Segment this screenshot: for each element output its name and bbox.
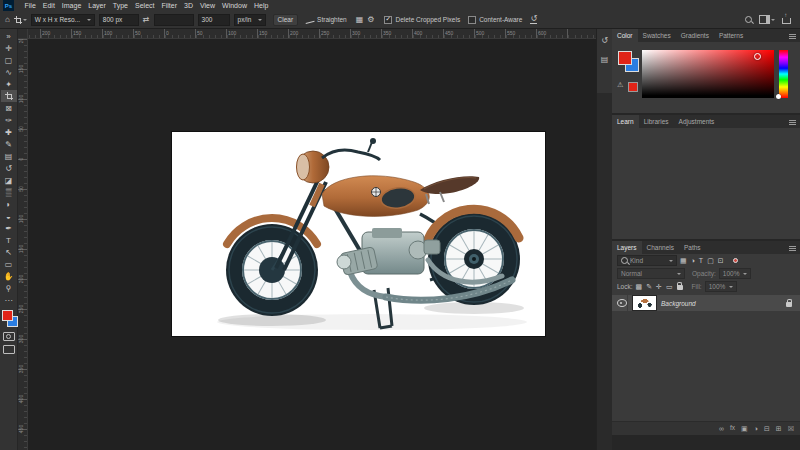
reset-tool-icon[interactable]: ↺: [530, 15, 537, 24]
layers-list-empty-area[interactable]: [612, 311, 800, 421]
filter-type-layers-icon[interactable]: T: [699, 257, 703, 264]
lock-position-icon[interactable]: ✛: [656, 283, 662, 290]
swap-dimensions-icon[interactable]: ⇄: [143, 16, 150, 24]
menu-image[interactable]: Image: [58, 0, 84, 11]
layer-filter-kind-dropdown[interactable]: Kind: [617, 255, 677, 266]
lasso-tool[interactable]: ∿: [1, 66, 17, 78]
gamut-warning-icon[interactable]: ⚠: [617, 81, 623, 89]
workspace-switcher[interactable]: [759, 15, 775, 24]
healing-brush-tool[interactable]: ✚: [1, 126, 17, 138]
new-group-icon[interactable]: ⊟: [764, 425, 770, 432]
tab-paths[interactable]: Paths: [679, 241, 706, 254]
path-selection-tool[interactable]: ↖: [1, 246, 17, 258]
tool-preset-button[interactable]: [14, 16, 27, 24]
crop-settings-gear-icon[interactable]: ⚙: [367, 16, 374, 24]
lock-transparent-pixels-icon[interactable]: ▩: [636, 283, 643, 290]
tab-adjustments[interactable]: Adjustments: [674, 115, 720, 128]
menu-layer[interactable]: Layer: [85, 0, 110, 11]
type-tool[interactable]: T: [1, 234, 17, 246]
filter-pixel-layers-icon[interactable]: ▦: [680, 257, 687, 264]
lock-all-icon[interactable]: [677, 282, 683, 291]
menu-type[interactable]: Type: [109, 0, 131, 11]
resolution-input[interactable]: 300: [198, 14, 230, 26]
eraser-tool[interactable]: ◪: [1, 174, 17, 186]
edit-toolbar[interactable]: ⋯: [1, 294, 17, 306]
history-brush-tool[interactable]: ↺: [1, 162, 17, 174]
menu-select[interactable]: Select: [132, 0, 158, 11]
menu-3d[interactable]: 3D: [181, 0, 197, 11]
zoom-tool[interactable]: ⚲: [1, 282, 17, 294]
crop-height-input[interactable]: [154, 14, 194, 26]
foreground-color-swatch[interactable]: [618, 51, 632, 65]
filter-smart-objects-icon[interactable]: ⊡: [718, 257, 724, 264]
document-image[interactable]: [172, 132, 545, 336]
tab-channels[interactable]: Channels: [642, 241, 679, 254]
object-selection-tool[interactable]: ✦: [1, 78, 17, 90]
ruler-vertical[interactable]: 20015010050050100150200250300350400450: [18, 39, 28, 450]
tab-layers[interactable]: Layers: [612, 241, 642, 254]
panel-menu-icon[interactable]: [789, 34, 796, 39]
properties-panel-icon[interactable]: ▤: [599, 53, 611, 65]
tab-swatches[interactable]: Swatches: [638, 29, 676, 42]
history-panel-icon[interactable]: ↺: [599, 34, 611, 46]
tab-learn[interactable]: Learn: [612, 115, 639, 128]
move-tool[interactable]: ✛: [1, 42, 17, 54]
panel-menu-icon[interactable]: [789, 246, 796, 251]
share-image-icon[interactable]: [782, 18, 791, 24]
home-icon[interactable]: ⌂: [5, 16, 10, 24]
brush-tool[interactable]: ✎: [1, 138, 17, 150]
menu-edit[interactable]: Edit: [39, 0, 58, 11]
layer-thumbnail[interactable]: [632, 295, 657, 311]
delete-layer-icon[interactable]: ☒: [788, 425, 794, 432]
resolution-unit-dropdown[interactable]: px/in: [234, 14, 266, 26]
lock-artboard-icon[interactable]: ▭: [666, 283, 673, 290]
link-layers-icon[interactable]: ∞: [719, 425, 724, 432]
layer-visibility-toggle[interactable]: [616, 295, 628, 311]
tab-color[interactable]: Color: [612, 29, 638, 42]
eyedropper-tool[interactable]: ✑: [1, 114, 17, 126]
marquee-tool[interactable]: ▢: [1, 54, 17, 66]
clear-button[interactable]: Clear: [273, 14, 299, 26]
crop-width-input[interactable]: 800 px: [99, 14, 139, 26]
filter-shape-layers-icon[interactable]: ▢: [707, 257, 714, 264]
delete-cropped-pixels-option[interactable]: Delete Cropped Pixels: [384, 16, 460, 24]
menu-filter[interactable]: Filter: [158, 0, 181, 11]
layer-filter-toggle[interactable]: [733, 258, 738, 263]
hue-slider[interactable]: [779, 50, 788, 98]
quick-mask-mode-icon[interactable]: [3, 332, 15, 341]
filter-adjustment-layers-icon[interactable]: ◑: [691, 257, 695, 264]
new-adjustment-layer-icon[interactable]: ◑: [754, 425, 758, 432]
layer-row-background[interactable]: Background: [612, 295, 800, 311]
search-icon[interactable]: [745, 16, 752, 23]
blur-tool[interactable]: ◗: [1, 198, 17, 210]
delete-cropped-checkbox[interactable]: [384, 16, 392, 24]
foreground-color-swatch[interactable]: [2, 310, 13, 321]
shape-tool[interactable]: ▭: [1, 258, 17, 270]
menu-view[interactable]: View: [197, 0, 219, 11]
tab-libraries[interactable]: Libraries: [639, 115, 674, 128]
dodge-tool[interactable]: ◒: [1, 210, 17, 222]
hand-tool[interactable]: ✋: [1, 270, 17, 282]
content-aware-checkbox[interactable]: [468, 16, 476, 24]
opacity-input[interactable]: 100%: [719, 268, 751, 279]
color-picker-cursor[interactable]: [754, 53, 761, 60]
crop-overlay-icon[interactable]: ▦: [356, 16, 364, 24]
add-layer-mask-icon[interactable]: ▣: [741, 425, 748, 432]
collapse-toolbar[interactable]: »: [1, 30, 17, 42]
crop-ratio-dropdown[interactable]: W x H x Reso...: [31, 14, 95, 26]
pen-tool[interactable]: ✒: [1, 222, 17, 234]
tab-patterns[interactable]: Patterns: [714, 29, 748, 42]
new-layer-icon[interactable]: ⊞: [776, 425, 782, 432]
menu-window[interactable]: Window: [219, 0, 251, 11]
straighten-button[interactable]: Straighten: [305, 16, 347, 23]
gradient-tool[interactable]: ▒: [1, 186, 17, 198]
hue-slider-handle[interactable]: [776, 94, 781, 99]
panel-menu-icon[interactable]: [789, 120, 796, 125]
crop-tool[interactable]: [1, 90, 17, 102]
tab-gradients[interactable]: Gradients: [676, 29, 714, 42]
gamut-color-chip[interactable]: [628, 82, 638, 92]
clone-stamp-tool[interactable]: ▤: [1, 150, 17, 162]
content-aware-option[interactable]: Content-Aware: [468, 16, 522, 24]
lock-image-pixels-icon[interactable]: ✎: [646, 283, 652, 290]
canvas-viewport[interactable]: 2001501005005010015020025030035040045050…: [18, 29, 596, 450]
